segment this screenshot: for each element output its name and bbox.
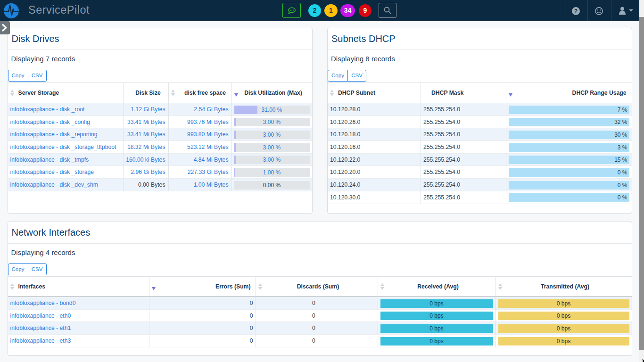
svg-text:?: ? — [574, 8, 578, 14]
